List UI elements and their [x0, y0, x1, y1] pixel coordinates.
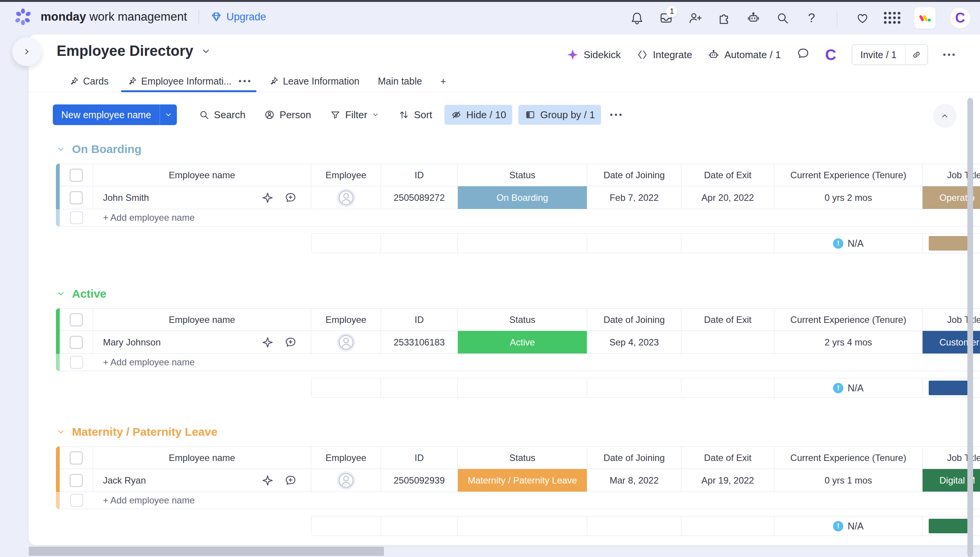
column-header-employee-name[interactable]: Employee name — [93, 308, 311, 331]
invite-button[interactable]: Invite / 1 — [852, 44, 928, 65]
column-header-date-of-joining[interactable]: Date of Joining — [587, 446, 681, 469]
column-header-date-of-joining[interactable]: Date of Joining — [587, 308, 681, 331]
employee-name-cell[interactable]: John Smith — [93, 186, 311, 209]
horizontal-scrollbar[interactable] — [29, 547, 384, 556]
copy-link-icon[interactable] — [905, 45, 928, 65]
column-header-tenure[interactable]: Current Experience (Tenure) — [774, 446, 923, 469]
sidekick-button[interactable]: Sidekick — [566, 48, 621, 61]
column-header-tenure[interactable]: Current Experience (Tenure) — [774, 164, 923, 186]
marketplace-apps-icon[interactable] — [717, 10, 732, 26]
tab-leave-information[interactable]: Leave Information — [261, 71, 367, 91]
board-chat-icon[interactable] — [796, 47, 810, 63]
add-item-row[interactable]: + Add employee name — [56, 354, 980, 371]
date-of-exit-cell[interactable] — [681, 331, 774, 354]
group-collapse-icon[interactable] — [56, 427, 66, 437]
column-header-status[interactable]: Status — [458, 446, 587, 469]
group-collapse-icon[interactable] — [56, 144, 66, 154]
hide-columns-button[interactable]: Hide / 10 — [444, 105, 512, 125]
row-checkbox[interactable] — [70, 474, 83, 487]
search-button[interactable]: Search — [192, 105, 252, 125]
filter-button[interactable]: Filter — [323, 105, 386, 125]
vertical-scrollbar[interactable] — [967, 98, 973, 557]
column-header-date-of-exit[interactable]: Date of Exit — [681, 308, 774, 331]
sort-button[interactable]: Sort — [392, 105, 438, 125]
employee-avatar-cell[interactable] — [311, 186, 381, 209]
board-title[interactable]: Employee Directory — [57, 43, 212, 59]
select-all-checkbox[interactable] — [70, 451, 83, 464]
monday-logo-icon[interactable] — [13, 7, 33, 27]
tab-employee-information[interactable]: Employee Informati... — [119, 71, 258, 91]
id-cell[interactable]: 2505092939 — [381, 469, 458, 492]
ai-sparkle-icon[interactable] — [261, 191, 274, 204]
column-header-date-of-joining[interactable]: Date of Joining — [587, 164, 681, 186]
upgrade-button[interactable]: Upgrade — [211, 11, 266, 23]
employee-avatar-cell[interactable] — [311, 331, 381, 354]
column-header-id[interactable]: ID — [381, 308, 458, 331]
tab-main-table[interactable]: Main table — [370, 71, 430, 91]
date-of-exit-cell[interactable]: Apr 19, 2022 — [681, 469, 774, 492]
column-header-id[interactable]: ID — [381, 446, 458, 469]
board-menu-icon[interactable] — [943, 54, 955, 56]
group-collapse-icon[interactable] — [56, 289, 66, 299]
help-icon[interactable]: ? — [804, 10, 819, 26]
group-header[interactable]: Active — [56, 287, 980, 301]
search-icon[interactable] — [775, 10, 790, 26]
add-view-tab[interactable]: + — [433, 71, 454, 91]
automate-button[interactable]: Automate / 1 — [707, 49, 781, 61]
column-header-employee[interactable]: Employee — [311, 308, 381, 331]
person-filter-button[interactable]: Person — [258, 105, 317, 125]
add-update-icon[interactable] — [284, 336, 297, 349]
column-header-status[interactable]: Status — [458, 308, 587, 331]
inbox-icon[interactable]: 1 — [658, 10, 674, 26]
select-all-checkbox[interactable] — [70, 169, 83, 182]
status-cell[interactable]: On Boarding — [458, 186, 587, 209]
column-header-date-of-exit[interactable]: Date of Exit — [681, 164, 774, 186]
column-header-employee[interactable]: Employee — [311, 164, 381, 186]
column-header-date-of-exit[interactable]: Date of Exit — [681, 446, 774, 469]
ai-assistant-icon[interactable] — [746, 10, 761, 26]
collapse-toolbar-button[interactable] — [933, 104, 957, 128]
employee-name-cell[interactable]: Mary Johnson — [93, 331, 311, 354]
employee-name-cell[interactable]: Jack Ryan — [93, 469, 311, 492]
tenure-cell[interactable]: 0 yrs 2 mos — [774, 186, 923, 209]
date-of-exit-cell[interactable]: Apr 20, 2022 — [681, 186, 774, 209]
new-item-button[interactable]: New employee name — [53, 104, 177, 125]
column-header-employee-name[interactable]: Employee name — [93, 446, 311, 469]
add-item-label[interactable]: + Add employee name — [93, 492, 980, 509]
tab-menu-icon[interactable] — [239, 80, 250, 82]
column-header-employee-name[interactable]: Employee name — [93, 164, 311, 186]
tenure-cell[interactable]: 2 yrs 4 mos — [774, 331, 923, 354]
vibe-heart-icon[interactable] — [855, 10, 870, 26]
ai-sparkle-icon[interactable] — [261, 474, 274, 487]
employee-avatar-cell[interactable] — [311, 469, 381, 492]
add-item-label[interactable]: + Add employee name — [93, 354, 980, 371]
app-c-logo[interactable]: C — [825, 46, 836, 64]
ai-sparkle-icon[interactable] — [261, 336, 274, 349]
date-of-joining-cell[interactable]: Feb 7, 2022 — [587, 186, 681, 209]
column-header-id[interactable]: ID — [381, 164, 458, 186]
column-header-employee[interactable]: Employee — [311, 446, 381, 469]
column-header-tenure[interactable]: Current Experience (Tenure) — [774, 308, 923, 331]
add-item-row[interactable]: + Add employee name — [56, 492, 980, 509]
group-by-button[interactable]: Group by / 1 — [518, 105, 601, 125]
column-header-status[interactable]: Status — [458, 164, 587, 186]
add-item-row[interactable]: + Add employee name — [56, 209, 980, 226]
group-header[interactable]: Maternity / Paternity Leave — [56, 425, 980, 439]
invite-members-icon[interactable] — [688, 10, 703, 26]
tab-cards[interactable]: Cards — [61, 71, 116, 91]
notifications-bell-icon[interactable] — [629, 10, 645, 26]
select-all-checkbox[interactable] — [70, 313, 83, 326]
date-of-joining-cell[interactable]: Sep 4, 2023 — [587, 331, 681, 354]
group-header[interactable]: On Boarding — [56, 142, 980, 156]
status-cell[interactable]: Active — [458, 331, 587, 354]
integrate-button[interactable]: Integrate — [636, 49, 693, 61]
id-cell[interactable]: 2505089272 — [381, 186, 458, 209]
add-update-icon[interactable] — [284, 191, 297, 204]
row-checkbox[interactable] — [70, 191, 83, 204]
add-item-label[interactable]: + Add employee name — [93, 209, 980, 226]
date-of-joining-cell[interactable]: Mar 8, 2022 — [587, 469, 681, 492]
monday-product-tile[interactable] — [914, 7, 936, 29]
account-avatar[interactable]: C — [949, 7, 971, 29]
row-checkbox[interactable] — [70, 336, 83, 349]
id-cell[interactable]: 2533106183 — [381, 331, 458, 354]
